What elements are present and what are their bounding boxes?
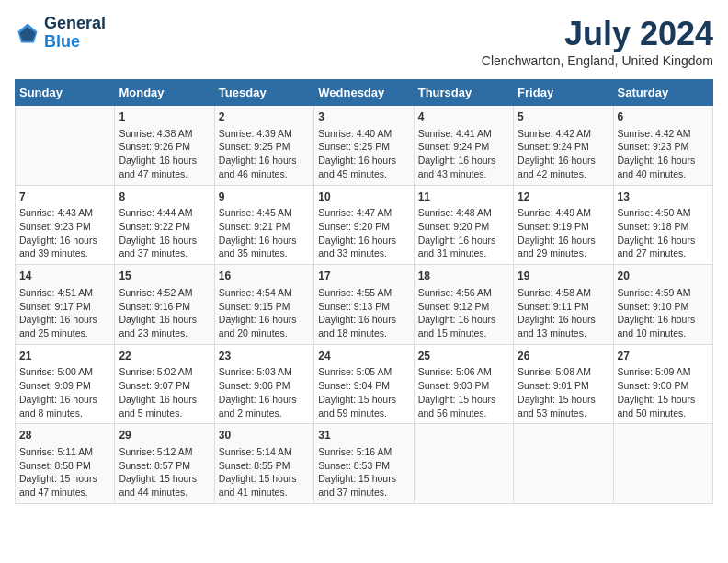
location-title: Clenchwarton, England, United Kingdom (482, 53, 713, 68)
day-cell: 14Sunrise: 4:51 AMSunset: 9:17 PMDayligh… (16, 265, 115, 345)
day-cell: 11Sunrise: 4:48 AMSunset: 9:20 PMDayligh… (414, 185, 513, 265)
header-sunday: Sunday (16, 80, 115, 106)
day-number: 31 (318, 428, 409, 443)
logo-line1: General (44, 15, 106, 33)
day-cell: 24Sunrise: 5:05 AMSunset: 9:04 PMDayligh… (314, 344, 414, 424)
day-info: Sunrise: 5:08 AMSunset: 9:01 PMDaylight:… (518, 365, 609, 419)
day-info: Sunrise: 4:38 AMSunset: 9:26 PMDaylight:… (119, 127, 210, 181)
day-info: Sunrise: 5:06 AMSunset: 9:03 PMDaylight:… (418, 365, 509, 419)
day-cell: 31Sunrise: 5:16 AMSunset: 8:53 PMDayligh… (314, 424, 414, 504)
day-info: Sunrise: 4:52 AMSunset: 9:16 PMDaylight:… (119, 286, 210, 340)
day-info: Sunrise: 5:11 AMSunset: 8:58 PMDaylight:… (19, 445, 110, 500)
day-cell (414, 424, 513, 504)
day-number: 3 (318, 109, 409, 125)
page-header: General Blue July 2024 Clenchwarton, Eng… (15, 15, 713, 68)
week-row-3: 14Sunrise: 4:51 AMSunset: 9:17 PMDayligh… (16, 265, 713, 345)
day-number: 20 (618, 269, 709, 284)
day-number: 15 (119, 269, 210, 284)
day-number: 9 (219, 190, 310, 205)
day-info: Sunrise: 4:56 AMSunset: 9:12 PMDaylight:… (418, 286, 509, 340)
day-number: 27 (618, 349, 709, 364)
day-info: Sunrise: 4:50 AMSunset: 9:18 PMDaylight:… (618, 206, 709, 260)
day-info: Sunrise: 4:42 AMSunset: 9:23 PMDaylight:… (618, 127, 709, 181)
day-info: Sunrise: 4:40 AMSunset: 9:25 PMDaylight:… (318, 127, 409, 181)
day-cell: 22Sunrise: 5:02 AMSunset: 9:07 PMDayligh… (115, 344, 214, 424)
header-friday: Friday (514, 80, 613, 106)
logo: General Blue (15, 15, 106, 52)
title-area: July 2024 Clenchwarton, England, United … (482, 15, 713, 68)
day-number: 26 (518, 349, 609, 364)
day-info: Sunrise: 4:42 AMSunset: 9:24 PMDaylight:… (518, 127, 609, 181)
day-number: 29 (119, 428, 210, 443)
day-info: Sunrise: 4:43 AMSunset: 9:23 PMDaylight:… (19, 206, 110, 260)
logo-line2: Blue (44, 33, 106, 52)
day-cell: 17Sunrise: 4:55 AMSunset: 9:13 PMDayligh… (314, 265, 414, 345)
day-cell: 10Sunrise: 4:47 AMSunset: 9:20 PMDayligh… (314, 185, 414, 265)
day-cell: 28Sunrise: 5:11 AMSunset: 8:58 PMDayligh… (16, 424, 115, 504)
day-cell: 25Sunrise: 5:06 AMSunset: 9:03 PMDayligh… (414, 344, 513, 424)
day-info: Sunrise: 4:41 AMSunset: 9:24 PMDaylight:… (418, 127, 509, 181)
day-info: Sunrise: 4:48 AMSunset: 9:20 PMDaylight:… (418, 206, 509, 260)
day-number: 12 (518, 190, 609, 205)
calendar-body: 1Sunrise: 4:38 AMSunset: 9:26 PMDaylight… (16, 106, 713, 504)
day-info: Sunrise: 4:39 AMSunset: 9:25 PMDaylight:… (219, 127, 310, 181)
day-cell: 27Sunrise: 5:09 AMSunset: 9:00 PMDayligh… (613, 344, 712, 424)
day-cell: 6Sunrise: 4:42 AMSunset: 9:23 PMDaylight… (613, 106, 712, 186)
day-cell: 30Sunrise: 5:14 AMSunset: 8:55 PMDayligh… (214, 424, 313, 504)
day-cell: 1Sunrise: 4:38 AMSunset: 9:26 PMDaylight… (115, 106, 214, 186)
day-number: 22 (119, 349, 210, 364)
day-cell: 3Sunrise: 4:40 AMSunset: 9:25 PMDaylight… (314, 106, 414, 186)
day-number: 13 (618, 190, 709, 205)
day-number: 17 (318, 269, 409, 284)
day-cell: 19Sunrise: 4:58 AMSunset: 9:11 PMDayligh… (514, 265, 613, 345)
day-number: 6 (618, 109, 709, 125)
day-cell: 20Sunrise: 4:59 AMSunset: 9:10 PMDayligh… (613, 265, 712, 345)
header-saturday: Saturday (613, 80, 712, 106)
day-number: 7 (19, 190, 110, 205)
header-wednesday: Wednesday (314, 80, 414, 106)
day-cell: 4Sunrise: 4:41 AMSunset: 9:24 PMDaylight… (414, 106, 513, 186)
day-number: 18 (418, 269, 509, 284)
day-cell: 21Sunrise: 5:00 AMSunset: 9:09 PMDayligh… (16, 344, 115, 424)
day-cell: 5Sunrise: 4:42 AMSunset: 9:24 PMDaylight… (514, 106, 613, 186)
day-cell: 15Sunrise: 4:52 AMSunset: 9:16 PMDayligh… (115, 265, 214, 345)
day-cell (613, 424, 712, 504)
day-number: 24 (318, 349, 409, 364)
day-cell: 9Sunrise: 4:45 AMSunset: 9:21 PMDaylight… (214, 185, 313, 265)
week-row-5: 28Sunrise: 5:11 AMSunset: 8:58 PMDayligh… (16, 424, 713, 504)
day-number: 30 (219, 428, 310, 443)
day-info: Sunrise: 4:47 AMSunset: 9:20 PMDaylight:… (318, 206, 409, 260)
day-info: Sunrise: 4:51 AMSunset: 9:17 PMDaylight:… (19, 286, 110, 340)
day-info: Sunrise: 4:45 AMSunset: 9:21 PMDaylight:… (219, 206, 310, 260)
logo-icon (15, 20, 40, 46)
day-info: Sunrise: 5:02 AMSunset: 9:07 PMDaylight:… (119, 365, 210, 419)
day-cell: 8Sunrise: 4:44 AMSunset: 9:22 PMDaylight… (115, 185, 214, 265)
week-row-1: 1Sunrise: 4:38 AMSunset: 9:26 PMDaylight… (16, 106, 713, 186)
day-cell: 26Sunrise: 5:08 AMSunset: 9:01 PMDayligh… (514, 344, 613, 424)
day-cell: 12Sunrise: 4:49 AMSunset: 9:19 PMDayligh… (514, 185, 613, 265)
day-number: 11 (418, 190, 509, 205)
day-info: Sunrise: 4:59 AMSunset: 9:10 PMDaylight:… (618, 286, 709, 340)
day-info: Sunrise: 5:14 AMSunset: 8:55 PMDaylight:… (219, 445, 310, 500)
day-number: 19 (518, 269, 609, 284)
day-number: 2 (219, 109, 310, 125)
day-info: Sunrise: 5:03 AMSunset: 9:06 PMDaylight:… (219, 365, 310, 419)
header-tuesday: Tuesday (214, 80, 313, 106)
day-cell: 18Sunrise: 4:56 AMSunset: 9:12 PMDayligh… (414, 265, 513, 345)
day-number: 1 (119, 109, 210, 125)
day-info: Sunrise: 5:05 AMSunset: 9:04 PMDaylight:… (318, 365, 409, 419)
day-info: Sunrise: 5:00 AMSunset: 9:09 PMDaylight:… (19, 365, 110, 419)
week-row-2: 7Sunrise: 4:43 AMSunset: 9:23 PMDaylight… (16, 185, 713, 265)
day-cell: 2Sunrise: 4:39 AMSunset: 9:25 PMDaylight… (214, 106, 313, 186)
day-cell: 7Sunrise: 4:43 AMSunset: 9:23 PMDaylight… (16, 185, 115, 265)
day-info: Sunrise: 4:54 AMSunset: 9:15 PMDaylight:… (219, 286, 310, 340)
day-cell: 29Sunrise: 5:12 AMSunset: 8:57 PMDayligh… (115, 424, 214, 504)
day-info: Sunrise: 5:09 AMSunset: 9:00 PMDaylight:… (618, 365, 709, 419)
day-number: 28 (19, 428, 110, 443)
day-cell: 23Sunrise: 5:03 AMSunset: 9:06 PMDayligh… (214, 344, 313, 424)
day-cell: 13Sunrise: 4:50 AMSunset: 9:18 PMDayligh… (613, 185, 712, 265)
month-title: July 2024 (482, 15, 713, 53)
header-monday: Monday (115, 80, 214, 106)
day-info: Sunrise: 4:49 AMSunset: 9:19 PMDaylight:… (518, 206, 609, 260)
day-number: 4 (418, 109, 509, 125)
